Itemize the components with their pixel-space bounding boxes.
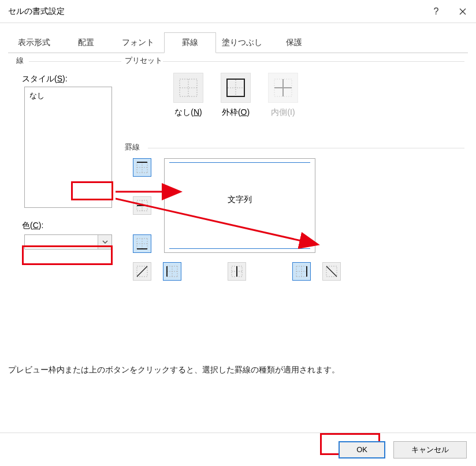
close-button[interactable]: [449, 0, 476, 23]
svg-line-44: [326, 266, 337, 277]
close-icon: [459, 8, 466, 15]
help-button[interactable]: ?: [423, 0, 449, 23]
preset-inner-icon: [268, 73, 298, 103]
preset-group-label: プリセット: [125, 55, 162, 66]
tab-number-format[interactable]: 表示形式: [8, 32, 60, 53]
preset-none-icon: [173, 73, 203, 103]
window-title: セルの書式設定: [8, 6, 65, 17]
line-color-combo[interactable]: [24, 234, 112, 249]
border-top-button[interactable]: [133, 158, 151, 177]
dialog-footer: OK キャンセル: [0, 433, 476, 466]
line-color-swatch: [25, 235, 98, 249]
tab-alignment[interactable]: 配置: [60, 32, 112, 53]
hint-text: プレビュー枠内または上のボタンをクリックすると、選択した罫線の種類が適用されます…: [8, 365, 340, 375]
ok-button[interactable]: OK: [339, 441, 385, 458]
border-bottom-button[interactable]: [133, 234, 151, 253]
tab-fill[interactable]: 塗りつぶし: [216, 32, 268, 53]
tab-protection[interactable]: 保護: [268, 32, 320, 53]
svg-line-27: [137, 266, 147, 277]
line-group: 線 スタイル(S): なし 色(C):: [8, 53, 122, 294]
preset-group: プリセット なし(N) 外枠(O) 内側(I): [125, 53, 467, 134]
title-bar: セルの書式設定 ?: [0, 0, 476, 23]
border-group-label: 罫線: [125, 142, 140, 152]
line-color-label: 色(C):: [22, 221, 43, 231]
border-middle-v-button[interactable]: [228, 262, 246, 281]
border-preview[interactable]: 文字列: [164, 158, 315, 253]
line-style-list[interactable]: なし: [24, 87, 112, 208]
tab-strip: 表示形式 配置 フォント 罫線 塗りつぶし 保護: [0, 23, 476, 53]
tab-border[interactable]: 罫線: [164, 32, 216, 53]
preset-inner: 内側(I): [268, 73, 298, 118]
border-middle-h-button[interactable]: [133, 196, 151, 215]
border-right-button[interactable]: [292, 262, 311, 281]
line-group-label: 線: [16, 55, 24, 66]
border-diagonal-down-button[interactable]: [322, 262, 341, 281]
preset-outer[interactable]: 外枠(O): [221, 73, 251, 118]
preview-sample-text: 文字列: [228, 195, 252, 205]
border-diagonal-up-button[interactable]: [133, 262, 151, 281]
border-left-button[interactable]: [163, 262, 181, 281]
preset-none[interactable]: なし(N): [173, 73, 203, 118]
cancel-button[interactable]: キャンセル: [393, 441, 467, 458]
tab-font[interactable]: フォント: [112, 32, 164, 53]
line-style-label: スタイル(S):: [22, 74, 68, 84]
chevron-down-icon: [98, 235, 111, 249]
tab-content-border: 線 スタイル(S): なし 色(C): プリセット なし(N): [0, 53, 476, 69]
preset-outer-icon: [221, 73, 251, 103]
line-style-none[interactable]: なし: [29, 91, 107, 101]
